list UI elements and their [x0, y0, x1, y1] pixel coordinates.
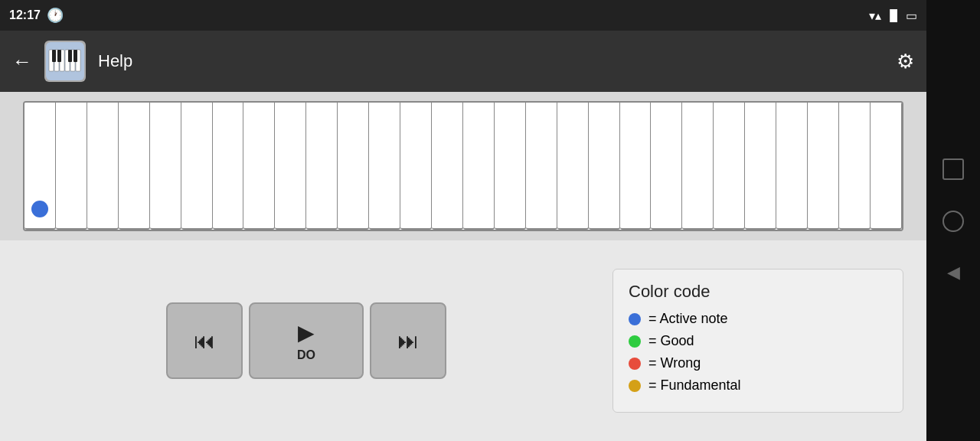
status-left: 12:17 🕐 — [9, 7, 64, 24]
white-key-28[interactable] — [871, 103, 902, 230]
white-key-22[interactable] — [682, 103, 714, 230]
controls-section: ⏮ ▶ DO ⏭ Color code = Active note = Good — [0, 240, 926, 441]
prev-icon: ⏮ — [194, 328, 215, 354]
svg-rect-10 — [74, 50, 77, 62]
white-key-20[interactable] — [620, 103, 652, 230]
svg-rect-8 — [57, 50, 61, 62]
wifi-icon: ▾▴ — [869, 8, 881, 23]
fundamental-label: = Fundamental — [648, 377, 741, 394]
white-key-23[interactable] — [714, 103, 745, 230]
nav-back[interactable]: ◀ — [947, 263, 960, 283]
white-key-8[interactable] — [243, 103, 275, 230]
play-button[interactable]: ▶ DO — [249, 302, 364, 379]
fundamental-dot — [629, 380, 641, 392]
white-key-26[interactable] — [808, 103, 839, 230]
white-key-21[interactable] — [651, 103, 682, 230]
color-code-wrong: = Wrong — [629, 355, 887, 371]
color-code-active: = Active note — [629, 311, 887, 327]
back-button[interactable]: ← — [12, 50, 32, 74]
color-code-fundamental: = Fundamental — [629, 377, 887, 394]
white-key-1[interactable] — [24, 103, 56, 230]
svg-rect-9 — [68, 50, 72, 62]
app-container: 12:17 🕐 ▾▴ ▐▌ ▭ ← — [0, 0, 926, 441]
toolbar: ← Help ⚙ — [0, 31, 926, 92]
signal-icon: ▐▌ — [886, 9, 901, 21]
white-key-11[interactable] — [338, 103, 369, 230]
wrong-dot — [629, 358, 641, 370]
color-code-title: Color code — [629, 282, 887, 302]
battery-icon: ▭ — [906, 8, 917, 23]
next-icon: ⏭ — [397, 328, 419, 354]
play-icon: ▶ — [298, 320, 315, 345]
svg-rect-7 — [52, 50, 56, 62]
white-key-10[interactable] — [306, 103, 338, 230]
next-button[interactable]: ⏭ — [370, 302, 446, 379]
time-display: 12:17 — [9, 8, 41, 22]
white-key-19[interactable] — [589, 103, 620, 230]
page-title: Help — [98, 51, 884, 71]
white-key-24[interactable] — [745, 103, 776, 230]
piano-app-icon — [46, 42, 84, 80]
white-key-6[interactable] — [181, 103, 213, 230]
clock-icon: 🕐 — [47, 7, 64, 24]
white-key-25[interactable] — [776, 103, 808, 230]
nav-square[interactable] — [942, 158, 964, 180]
white-key-7[interactable] — [213, 103, 244, 230]
prev-button[interactable]: ⏮ — [166, 302, 243, 379]
white-key-4[interactable] — [119, 103, 150, 230]
active-note-label: = Active note — [648, 311, 728, 327]
white-key-2[interactable] — [56, 103, 87, 230]
white-key-14[interactable] — [432, 103, 463, 230]
active-note-dot — [31, 201, 48, 217]
white-key-16[interactable] — [495, 103, 526, 230]
active-dot — [629, 313, 641, 325]
piano-keyboard[interactable] — [23, 101, 903, 231]
transport-controls: ⏮ ▶ DO ⏭ — [23, 302, 590, 379]
white-keys — [24, 103, 902, 230]
good-dot — [629, 335, 641, 348]
status-right: ▾▴ ▐▌ ▭ — [869, 8, 917, 23]
white-key-5[interactable] — [150, 103, 181, 230]
color-code-panel: Color code = Active note = Good = Wrong … — [612, 269, 903, 413]
app-icon — [44, 41, 86, 82]
nav-circle[interactable] — [942, 211, 964, 232]
piano-section — [0, 92, 926, 240]
white-key-9[interactable] — [275, 103, 306, 230]
right-sidebar: ◀ — [926, 0, 980, 441]
settings-button[interactable]: ⚙ — [897, 50, 914, 74]
white-key-3[interactable] — [87, 103, 119, 230]
good-label: = Good — [648, 333, 694, 349]
white-key-15[interactable] — [463, 103, 495, 230]
white-key-18[interactable] — [557, 103, 589, 230]
note-label: DO — [297, 348, 315, 362]
status-bar: 12:17 🕐 ▾▴ ▐▌ ▭ — [0, 0, 926, 31]
white-key-13[interactable] — [400, 103, 432, 230]
wrong-label: = Wrong — [648, 355, 701, 371]
white-key-27[interactable] — [839, 103, 871, 230]
color-code-good: = Good — [629, 333, 887, 349]
white-key-17[interactable] — [526, 103, 557, 230]
white-key-12[interactable] — [369, 103, 400, 230]
